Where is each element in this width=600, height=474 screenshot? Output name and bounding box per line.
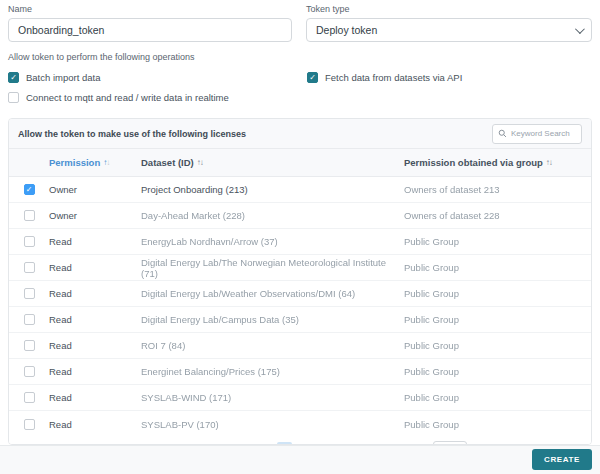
permission-cell: Read: [49, 314, 141, 325]
token-form: Name Token type Deploy token Allow token…: [0, 0, 600, 106]
operations-label: Allow token to perform the following ope…: [8, 52, 592, 62]
dataset-cell: SYSLAB-PV (170): [141, 419, 404, 430]
keyword-search-input[interactable]: [511, 129, 576, 138]
row-checkbox[interactable]: [24, 419, 35, 430]
row-checkbox[interactable]: [24, 184, 35, 195]
group-cell: Public Group: [404, 366, 591, 377]
permission-cell: Read: [49, 366, 141, 377]
table-row: Read Energinet Balancing/Prices (175) Pu…: [9, 359, 591, 385]
permission-cell: Owner: [49, 210, 141, 221]
dataset-cell: ROI 7 (84): [141, 340, 404, 351]
dataset-cell: Digital Energy Lab/Weather Observations/…: [141, 288, 404, 299]
dataset-cell: Digital Energy Lab/The Norwegian Meteoro…: [141, 257, 404, 279]
table-row: Read Digital Energy Lab/The Norwegian Me…: [9, 255, 591, 281]
group-cell: Public Group: [404, 288, 591, 299]
dataset-cell: SYSLAB-WIND (171): [141, 392, 404, 403]
table-row: Read Digital Energy Lab/Campus Data (35)…: [9, 307, 591, 333]
group-cell: Public Group: [404, 419, 591, 430]
checkbox-label: Batch import data: [26, 72, 100, 83]
group-cell: Public Group: [404, 314, 591, 325]
table-row: Read ROI 7 (84) Public Group: [9, 333, 591, 359]
sort-icon: ↑↓: [197, 158, 203, 167]
keyword-search-box[interactable]: [492, 124, 582, 144]
checkbox-batch-import[interactable]: Batch import data: [8, 68, 293, 86]
name-input[interactable]: [8, 18, 292, 42]
dataset-cell: Day-Ahead Market (228): [141, 210, 404, 221]
permission-cell: Read: [49, 262, 141, 273]
column-label: Dataset (ID): [141, 157, 194, 168]
permission-cell: Read: [49, 236, 141, 247]
token-create-page: Name Token type Deploy token Allow token…: [0, 0, 600, 474]
checkbox-fetch-data[interactable]: Fetch data from datasets via API: [307, 68, 592, 86]
permission-cell: Owner: [49, 184, 141, 195]
chevron-down-icon: [575, 24, 585, 34]
group-cell: Public Group: [404, 392, 591, 403]
create-button[interactable]: CREATE: [532, 449, 592, 470]
permission-cell: Read: [49, 419, 141, 430]
table-row: Read EnergyLab Nordhavn/Arrow (37) Publi…: [9, 229, 591, 255]
name-label: Name: [8, 4, 292, 14]
row-checkbox[interactable]: [24, 340, 35, 351]
group-cell: Public Group: [404, 262, 591, 273]
license-table-body: Owner Project Onboarding (213) Owners of…: [9, 177, 591, 437]
dataset-cell: Energinet Balancing/Prices (175): [141, 366, 404, 377]
licenses-card: Allow the token to make use of the follo…: [8, 118, 592, 445]
table-row: Read SYSLAB-WIND (171) Public Group: [9, 385, 591, 411]
token-type-value: Deploy token: [316, 24, 377, 36]
token-type-select[interactable]: Deploy token: [306, 18, 592, 42]
footer-bar: CREATE: [0, 445, 600, 474]
checkbox-icon[interactable]: [307, 72, 318, 83]
sort-desc-icon: ↓: [106, 158, 109, 167]
checkbox-icon[interactable]: [8, 72, 19, 83]
search-icon: [498, 129, 507, 138]
row-checkbox[interactable]: [24, 262, 35, 273]
row-checkbox[interactable]: [24, 314, 35, 325]
dataset-cell: Digital Energy Lab/Campus Data (35): [141, 314, 404, 325]
permission-cell: Read: [49, 392, 141, 403]
column-header-group[interactable]: Permission obtained via group ↑↓: [404, 157, 591, 168]
checkbox-connect-mqtt[interactable]: Connect to mqtt and read / write data in…: [8, 88, 293, 106]
row-checkbox[interactable]: [24, 236, 35, 247]
licenses-title: Allow the token to make use of the follo…: [18, 129, 246, 139]
table-row: Read SYSLAB-PV (170) Public Group: [9, 411, 591, 437]
group-cell: Public Group: [404, 236, 591, 247]
pagination: Showing 1 to 10 of 49 « ‹ 1 2 3 4 5 › » …: [9, 437, 591, 445]
checkbox-label: Connect to mqtt and read / write data in…: [26, 92, 229, 103]
group-cell: Public Group: [404, 340, 591, 351]
row-checkbox[interactable]: [24, 392, 35, 403]
column-header-dataset[interactable]: Dataset (ID) ↑↓: [141, 157, 404, 168]
checkbox-icon[interactable]: [8, 92, 19, 103]
column-label: Permission obtained via group: [404, 157, 543, 168]
sort-icon: ↑↓: [546, 158, 552, 167]
row-checkbox[interactable]: [24, 366, 35, 377]
permission-cell: Read: [49, 288, 141, 299]
table-row: Read Digital Energy Lab/Weather Observat…: [9, 281, 591, 307]
checkbox-label: Fetch data from datasets via API: [325, 72, 462, 83]
table-row: Owner Project Onboarding (213) Owners of…: [9, 177, 591, 203]
token-type-label: Token type: [306, 4, 592, 14]
table-row: Owner Day-Ahead Market (228) Owners of d…: [9, 203, 591, 229]
license-table-header: Permission ↑↓ Dataset (ID) ↑↓ Permission…: [9, 149, 591, 177]
row-checkbox[interactable]: [24, 210, 35, 221]
column-header-permission[interactable]: Permission ↑↓: [49, 157, 141, 168]
permission-cell: Read: [49, 340, 141, 351]
group-cell: Owners of dataset 213: [404, 184, 591, 195]
column-label: Permission: [49, 157, 100, 168]
dataset-cell: Project Onboarding (213): [141, 184, 404, 195]
row-checkbox[interactable]: [24, 288, 35, 299]
dataset-cell: EnergyLab Nordhavn/Arrow (37): [141, 236, 404, 247]
group-cell: Owners of dataset 228: [404, 210, 591, 221]
